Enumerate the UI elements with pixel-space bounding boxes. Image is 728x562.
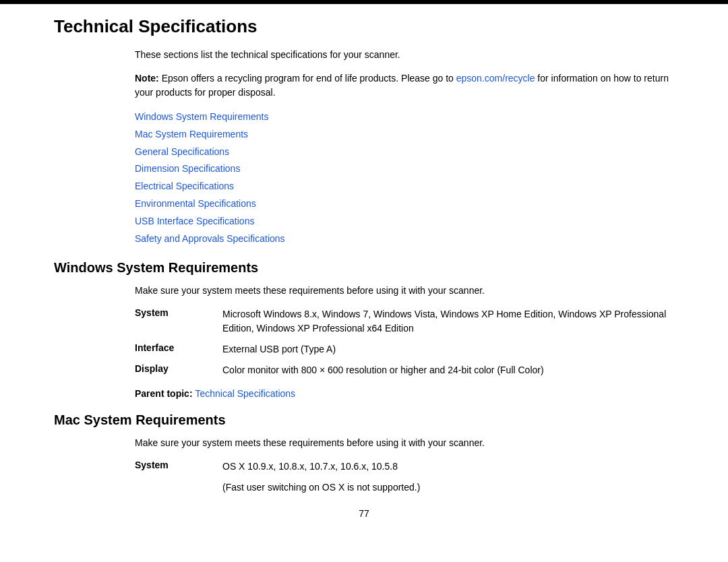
spec-value: (Fast user switching on OS X is not supp… <box>222 480 674 495</box>
mac-section: Mac System Requirements Make sure your s… <box>54 412 674 495</box>
nav-link[interactable]: Environmental Specifications <box>135 196 674 212</box>
nav-link[interactable]: Dimension Specifications <box>135 161 674 177</box>
page-container: Technical Specifications These sections … <box>0 0 728 562</box>
spec-row: SystemOS X 10.9.x, 10.8.x, 10.7.x, 10.6.… <box>135 460 674 474</box>
mac-section-intro: Make sure your system meets these requir… <box>135 436 674 450</box>
spec-value: OS X 10.9.x, 10.8.x, 10.7.x, 10.6.x, 10.… <box>222 460 674 474</box>
page-title: Technical Specifications <box>54 16 674 37</box>
epson-recycle-link[interactable]: epson.com/recycle <box>456 73 535 84</box>
spec-row: SystemMicrosoft Windows 8.x, Windows 7, … <box>135 307 674 336</box>
nav-link[interactable]: Safety and Approvals Specifications <box>135 231 674 247</box>
note-body: Epson offers a recycling program for end… <box>159 73 456 84</box>
windows-spec-table: SystemMicrosoft Windows 8.x, Windows 7, … <box>135 307 674 377</box>
spec-row: DisplayColor monitor with 800 × 600 reso… <box>135 363 674 377</box>
intro-text: These sections list the technical specif… <box>135 48 674 62</box>
nav-link[interactable]: General Specifications <box>135 144 674 160</box>
spec-label: System <box>135 460 222 470</box>
note-text: Note: Epson offers a recycling program f… <box>135 71 674 100</box>
intro-text-content: These sections list the technical specif… <box>135 49 400 60</box>
page-number: 77 <box>54 508 674 519</box>
top-border <box>0 0 728 4</box>
note-prefix: Note: <box>135 73 159 84</box>
spec-row: (Fast user switching on OS X is not supp… <box>135 480 674 495</box>
spec-label: Display <box>135 363 222 374</box>
windows-section-intro: Make sure your system meets these requir… <box>135 284 674 298</box>
spec-row: InterfaceExternal USB port (Type A) <box>135 342 674 356</box>
mac-section-title: Mac System Requirements <box>54 412 674 428</box>
spec-label: System <box>135 307 222 318</box>
links-list: Windows System RequirementsMac System Re… <box>135 109 674 247</box>
parent-topic-label: Parent topic: <box>135 388 195 399</box>
spec-value: External USB port (Type A) <box>222 342 674 356</box>
content-area: Technical Specifications These sections … <box>0 16 728 553</box>
nav-link[interactable]: Windows System Requirements <box>135 109 674 125</box>
nav-link[interactable]: USB Interface Specifications <box>135 214 674 230</box>
windows-parent-topic: Parent topic: Technical Specifications <box>135 388 674 399</box>
nav-link[interactable]: Electrical Specifications <box>135 179 674 195</box>
windows-section: Windows System Requirements Make sure yo… <box>54 260 674 399</box>
spec-value: Microsoft Windows 8.x, Windows 7, Window… <box>222 307 674 336</box>
spec-value: Color monitor with 800 × 600 resolution … <box>222 363 674 377</box>
spec-label: Interface <box>135 342 222 353</box>
mac-spec-table: SystemOS X 10.9.x, 10.8.x, 10.7.x, 10.6.… <box>135 460 674 495</box>
nav-link[interactable]: Mac System Requirements <box>135 127 674 143</box>
windows-section-title: Windows System Requirements <box>54 260 674 276</box>
parent-topic-link[interactable]: Technical Specifications <box>195 388 295 399</box>
